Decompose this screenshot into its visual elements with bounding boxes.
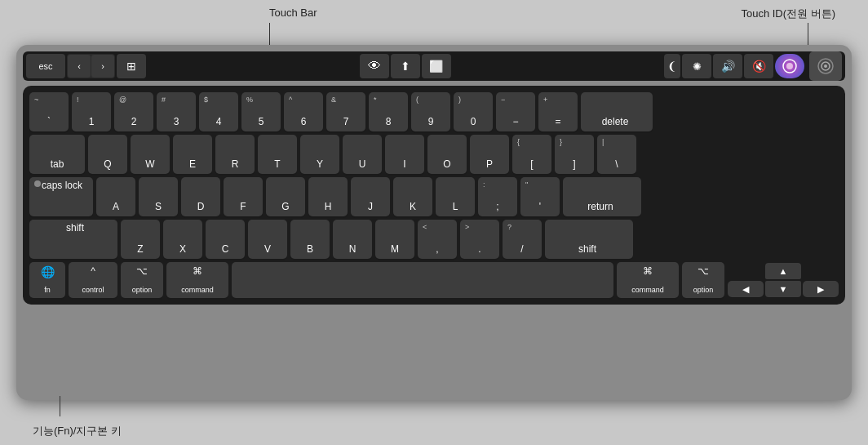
keyboard-main: ~ ` ! 1 @ 2 # 3 $ 4 % 5 [23, 86, 845, 305]
zxcv-row: shift Z X C V B N M < , > . ? / shift [29, 220, 839, 259]
key-option-left[interactable]: ⌥ option [121, 262, 163, 298]
key-command-left[interactable]: ⌘ command [166, 262, 228, 298]
key-n[interactable]: N [333, 220, 372, 259]
fn-label-line [60, 396, 60, 416]
svg-point-4 [824, 65, 827, 68]
key-shift-right[interactable]: shift [545, 220, 633, 259]
key-t[interactable]: T [258, 135, 297, 174]
touchid-line [808, 23, 808, 47]
tb-share-key[interactable]: ⬆ [391, 54, 420, 78]
key-backslash[interactable]: | \ [597, 135, 636, 174]
tb-nav-back[interactable]: ‹ [68, 55, 91, 78]
tb-nav-group: ‹ › [67, 54, 115, 78]
key-caps-lock[interactable]: caps lock [29, 177, 93, 216]
key-r[interactable]: R [215, 135, 255, 174]
key-u[interactable]: U [343, 135, 382, 174]
touchbar-line [269, 23, 270, 47]
key-semicolon[interactable]: : ; [478, 177, 517, 216]
key-1[interactable]: ! 1 [72, 92, 111, 131]
key-i[interactable]: I [385, 135, 424, 174]
modifier-row: 🌐 fn ^ control ⌥ option ⌘ command ⌘ comm… [29, 262, 839, 298]
key-fn[interactable]: 🌐 fn [29, 262, 65, 298]
key-y[interactable]: Y [300, 135, 339, 174]
asdf-row: caps lock A S D F G H J K L : ; " ' retu… [29, 177, 839, 216]
key-s[interactable]: S [139, 177, 178, 216]
key-shift-left[interactable]: shift [29, 220, 117, 259]
key-arrow-left[interactable]: ◀ [728, 281, 764, 297]
key-period[interactable]: > . [460, 220, 499, 259]
key-space[interactable] [232, 262, 613, 298]
tb-volume-key[interactable]: 🔊 [713, 54, 742, 78]
key-option-right[interactable]: ⌥ option [682, 262, 724, 298]
touchbar: esc ‹ › ⊞ 👁 ⬆ ⬜ ❨ ✺ 🔊 🔇 [23, 51, 845, 81]
key-p[interactable]: P [470, 135, 509, 174]
tb-siri-key[interactable] [775, 54, 804, 78]
key-v[interactable]: V [248, 220, 287, 259]
tb-mute-key[interactable]: 🔇 [744, 54, 773, 78]
key-arrow-up[interactable]: ▲ [765, 263, 801, 279]
key-control[interactable]: ^ control [69, 262, 117, 298]
tb-ctrl-left[interactable]: ❨ [664, 54, 680, 78]
key-c[interactable]: C [206, 220, 245, 259]
tb-eye-key[interactable]: 👁 [360, 54, 389, 78]
key-w[interactable]: W [131, 135, 170, 174]
key-6[interactable]: ^ 6 [284, 92, 323, 131]
key-k[interactable]: K [393, 177, 432, 216]
svg-point-1 [786, 63, 793, 69]
tb-ctrl-group: ❨ ✺ 🔊 🔇 [664, 54, 804, 78]
tb-nav-forward[interactable]: › [91, 55, 114, 78]
touchbar-label: Touch Bar [269, 7, 317, 19]
key-comma[interactable]: < , [418, 220, 457, 259]
arrow-up-row: ▲ [728, 263, 839, 279]
key-j[interactable]: J [351, 177, 390, 216]
key-arrow-down[interactable]: ▼ [765, 281, 801, 297]
key-bracket-open[interactable]: { [ [512, 135, 551, 174]
touchid-label: Touch ID(전원 버튼) [741, 7, 835, 21]
key-e[interactable]: E [173, 135, 212, 174]
key-m[interactable]: M [375, 220, 414, 259]
key-g[interactable]: G [266, 177, 305, 216]
key-4[interactable]: $ 4 [199, 92, 238, 131]
key-equals[interactable]: + = [538, 92, 578, 131]
tb-esc-key[interactable]: esc [26, 54, 65, 78]
key-q[interactable]: Q [88, 135, 127, 174]
fn-label: 기능(Fn)/지구본 키 [33, 424, 122, 438]
key-9[interactable]: ( 9 [411, 92, 450, 131]
key-3[interactable]: # 3 [157, 92, 196, 131]
tb-tab-key[interactable]: ⬜ [422, 54, 451, 78]
key-0[interactable]: ) 0 [454, 92, 493, 131]
key-a[interactable]: A [96, 177, 135, 216]
key-slash[interactable]: ? / [503, 220, 542, 259]
key-8[interactable]: * 8 [369, 92, 408, 131]
number-row: ~ ` ! 1 @ 2 # 3 $ 4 % 5 [29, 92, 839, 131]
key-quote[interactable]: " ' [520, 177, 560, 216]
key-arrow-right[interactable]: ▶ [803, 281, 839, 297]
key-delete[interactable]: delete [581, 92, 653, 131]
qwerty-row: tab Q W E R T Y U I O P { [ } ] | \ [29, 135, 839, 174]
keyboard-wrapper: esc ‹ › ⊞ 👁 ⬆ ⬜ ❨ ✺ 🔊 🔇 [16, 45, 852, 400]
key-2[interactable]: @ 2 [114, 92, 153, 131]
key-d[interactable]: D [181, 177, 220, 216]
tb-grid-key[interactable]: ⊞ [117, 54, 146, 78]
key-h[interactable]: H [308, 177, 348, 216]
key-b[interactable]: B [290, 220, 330, 259]
tb-touchid-key[interactable] [809, 51, 842, 81]
key-x[interactable]: X [163, 220, 202, 259]
arrow-key-group: ▲ ◀ ▼ ▶ [728, 263, 839, 297]
key-7[interactable]: & 7 [326, 92, 365, 131]
key-return[interactable]: return [563, 177, 641, 216]
key-o[interactable]: O [427, 135, 467, 174]
tb-brightness-key[interactable]: ✺ [682, 54, 711, 78]
key-command-right[interactable]: ⌘ command [617, 262, 679, 298]
key-z[interactable]: Z [121, 220, 160, 259]
key-5[interactable]: % 5 [241, 92, 281, 131]
arrow-bottom-row: ◀ ▼ ▶ [728, 281, 839, 297]
key-tab[interactable]: tab [29, 135, 85, 174]
key-l[interactable]: L [436, 177, 475, 216]
key-minus[interactable]: − − [496, 92, 535, 131]
key-backtick[interactable]: ~ ` [29, 92, 69, 131]
key-f[interactable]: F [224, 177, 263, 216]
key-bracket-close[interactable]: } ] [555, 135, 594, 174]
